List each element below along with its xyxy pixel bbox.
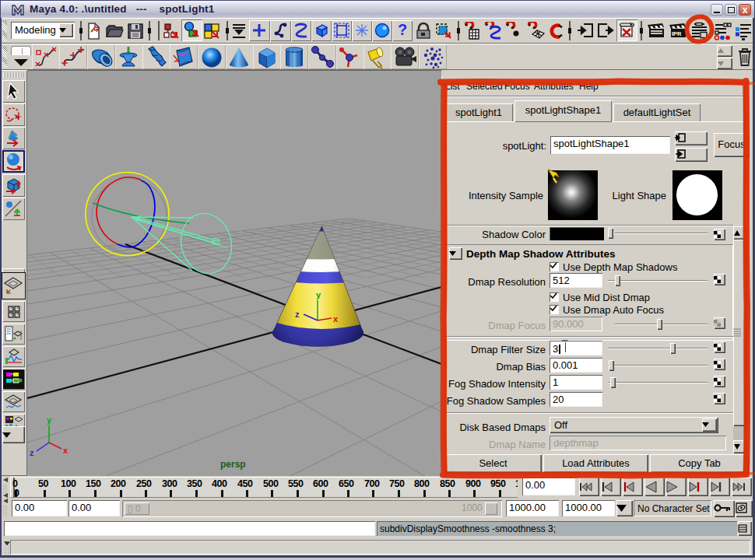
svg-text:x: x xyxy=(333,314,339,324)
svg-text:y: y xyxy=(316,290,321,299)
svg-text:z: z xyxy=(30,448,34,457)
svg-text:y: y xyxy=(47,415,52,425)
svg-text:x: x xyxy=(63,446,68,455)
svg-text:persp: persp xyxy=(220,459,246,470)
svg-text:z: z xyxy=(295,310,300,319)
svg-text:IPR: IPR xyxy=(672,30,682,37)
